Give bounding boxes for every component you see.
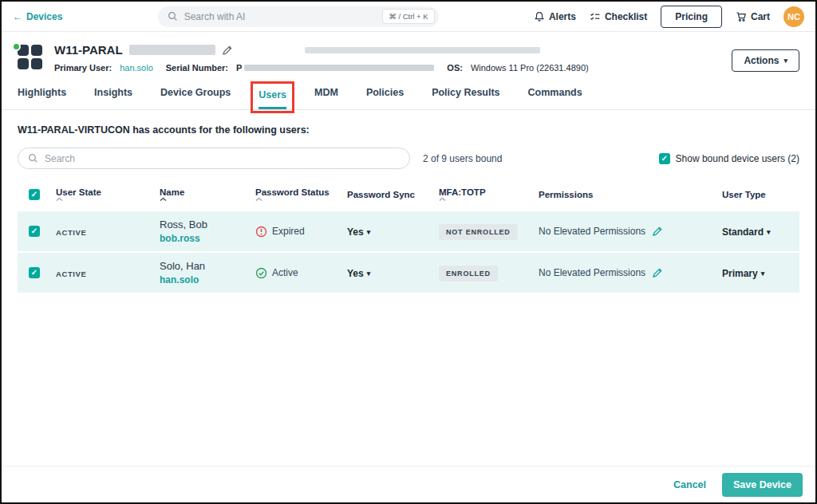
device-title: W11-PARAL <box>54 43 123 57</box>
os-label: OS: <box>447 63 463 73</box>
table-row: ACTIVE Solo, Han han.solo Active <box>18 253 799 294</box>
primary-user-label: Primary User: <box>54 63 112 73</box>
search-icon <box>28 153 38 163</box>
password-active-icon <box>255 267 267 279</box>
alerts-button[interactable]: Alerts <box>534 11 576 22</box>
sort-chevron-icon <box>160 197 243 202</box>
password-sync-dropdown[interactable]: Yes ▾ <box>347 268 370 279</box>
password-status-text: Active <box>272 267 298 278</box>
device-detail-page: ← Devices ⌘ / Ctrl + K Alerts Checklist <box>0 0 817 504</box>
table-header-row: User State Name Password Status Password… <box>18 179 799 211</box>
column-password-status[interactable]: Password Status <box>249 179 341 211</box>
user-state: ACTIVE <box>56 270 86 278</box>
caret-down-icon: ▾ <box>367 270 371 278</box>
serial-visible-prefix: P <box>236 63 242 73</box>
show-bound-toggle[interactable]: Show bound device users (2) <box>659 153 799 164</box>
table-row: ACTIVE Ross, Bob bob.ross Expired <box>18 211 799 253</box>
checklist-icon <box>590 11 601 22</box>
column-user-type: User Type <box>716 179 799 211</box>
pricing-button[interactable]: Pricing <box>661 6 722 28</box>
tab-policies[interactable]: Policies <box>366 87 404 109</box>
device-header: W11-PARAL Primary User: han.solo Serial … <box>2 32 815 73</box>
arrow-left-icon: ← <box>13 11 22 22</box>
row-checkbox[interactable] <box>29 267 40 278</box>
os-value: Windows 11 Pro (22631.4890) <box>471 63 589 73</box>
cancel-button[interactable]: Cancel <box>673 479 706 490</box>
caret-down-icon: ▾ <box>767 228 771 236</box>
sort-chevron-icon <box>255 197 334 202</box>
search-icon <box>168 11 178 22</box>
permissions-text: No Elevated Permissions <box>539 226 645 237</box>
username-link[interactable]: bob.ross <box>160 233 200 244</box>
tab-commands[interactable]: Commands <box>528 87 582 109</box>
save-device-button[interactable]: Save Device <box>722 473 803 497</box>
show-bound-label[interactable]: Show bound device users (2) <box>676 153 799 164</box>
device-status-dot <box>12 42 21 51</box>
show-bound-checkbox[interactable] <box>659 153 670 164</box>
column-user-state[interactable]: User State <box>49 179 153 211</box>
back-label: Devices <box>26 11 62 22</box>
mfa-status-badge: NOT ENROLLED <box>439 224 518 240</box>
user-state: ACTIVE <box>56 228 86 237</box>
password-sync-dropdown[interactable]: Yes ▾ <box>347 226 370 238</box>
tab-policy-results[interactable]: Policy Results <box>432 87 499 109</box>
back-to-devices-link[interactable]: ← Devices <box>13 11 62 22</box>
redacted-serial-number <box>244 65 434 71</box>
caret-down-icon: ▾ <box>367 228 371 236</box>
caret-down-icon: ▾ <box>783 57 787 65</box>
users-intro-text: W11-PARAL-VIRTUCON has accounts for the … <box>18 124 799 136</box>
bell-icon <box>534 11 545 22</box>
users-search-input[interactable] <box>45 153 400 164</box>
footer: Cancel Save Device <box>2 466 815 502</box>
user-type-dropdown[interactable]: Standard ▾ <box>722 226 771 238</box>
tab-insights[interactable]: Insights <box>94 87 132 109</box>
mfa-status-badge: ENROLLED <box>439 266 498 282</box>
edit-permissions-icon[interactable] <box>652 267 663 278</box>
device-icon <box>18 45 43 70</box>
serial-label: Serial Number: <box>166 63 228 73</box>
users-toolbar: 2 of 9 users bound Show bound device use… <box>18 148 799 169</box>
select-all-checkbox[interactable] <box>29 189 40 200</box>
topbar: ← Devices ⌘ / Ctrl + K Alerts Checklist <box>2 2 815 32</box>
checklist-button[interactable]: Checklist <box>590 11 647 22</box>
global-search[interactable]: ⌘ / Ctrl + K <box>158 6 439 27</box>
users-panel: W11-PARAL-VIRTUCON has accounts for the … <box>2 110 815 466</box>
topbar-right: Alerts Checklist Pricing Cart NC <box>534 6 804 28</box>
cart-label: Cart <box>751 11 770 22</box>
user-avatar[interactable]: NC <box>783 6 804 27</box>
global-search-input[interactable] <box>184 11 377 22</box>
password-status-text: Expired <box>272 226 305 237</box>
tab-device-groups[interactable]: Device Groups <box>160 87 231 109</box>
user-type-dropdown[interactable]: Primary ▾ <box>722 268 764 279</box>
redacted-header-detail <box>305 47 540 53</box>
device-tabs: Highlights Insights Device Groups Users … <box>2 87 815 110</box>
column-password-sync: Password Sync <box>341 179 432 211</box>
actions-label: Actions <box>744 55 779 66</box>
user-fullname: Ross, Bob <box>160 219 243 230</box>
actions-button[interactable]: Actions ▾ <box>732 49 799 72</box>
tab-users[interactable]: Users <box>259 89 286 109</box>
cart-icon <box>736 11 747 22</box>
tab-mdm[interactable]: MDM <box>314 87 338 109</box>
permissions-text: No Elevated Permissions <box>539 267 645 278</box>
users-table: User State Name Password Status Password… <box>18 179 799 294</box>
keyboard-shortcut-hint: ⌘ / Ctrl + K <box>382 9 434 24</box>
edit-permissions-icon[interactable] <box>652 226 663 237</box>
alerts-label: Alerts <box>549 11 576 22</box>
device-info: W11-PARAL Primary User: han.solo Serial … <box>54 43 720 73</box>
password-expired-icon <box>255 226 267 238</box>
cart-button[interactable]: Cart <box>736 11 770 22</box>
user-fullname: Solo, Han <box>160 260 243 272</box>
username-link[interactable]: han.solo <box>160 274 199 285</box>
sort-chevron-icon <box>56 197 147 202</box>
caret-down-icon: ▾ <box>761 270 765 278</box>
primary-user-link[interactable]: han.solo <box>120 63 153 73</box>
tab-highlights[interactable]: Highlights <box>18 87 66 109</box>
checklist-label: Checklist <box>605 11 647 22</box>
row-checkbox[interactable] <box>29 226 40 237</box>
column-name[interactable]: Name <box>153 179 249 211</box>
bound-users-summary: 2 of 9 users bound <box>423 153 502 164</box>
column-mfa-totp[interactable]: MFA:TOTP <box>432 179 532 211</box>
users-search[interactable] <box>18 148 410 169</box>
edit-device-name-icon[interactable] <box>222 45 233 56</box>
